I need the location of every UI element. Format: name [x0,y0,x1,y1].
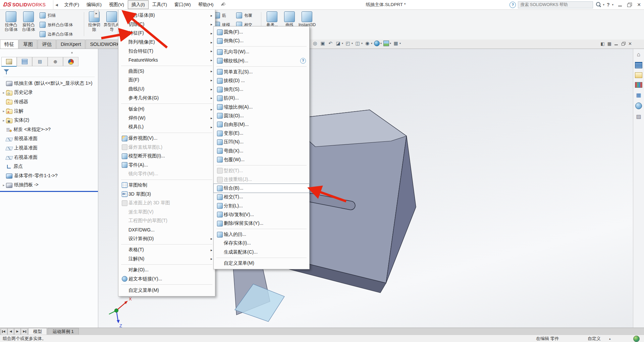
features-submenu-item-12[interactable]: 自由形(M)... [214,120,309,129]
wrap-button[interactable]: 包覆 [236,11,258,20]
panel-flyout-chevron[interactable]: ▸ [94,9,99,18]
features-submenu-item-7[interactable]: 拔模(D) ... [214,76,309,85]
tab-评估[interactable]: 评估 [38,40,56,49]
pane-left-icon[interactable]: ◧ [601,41,605,47]
tree-item-10[interactable]: 基体零件-零件1-1->? [0,171,98,181]
insert-menu-item-28[interactable]: 设计算例(D)▸ [118,234,215,243]
custom-properties-icon[interactable]: ▨ [635,113,642,120]
insert-menu-item-2[interactable]: 特征(F)▸ [118,29,215,38]
expander-icon[interactable]: ▸ [1,91,6,94]
panel-splitter-handle[interactable] [71,52,73,54]
insert-menu-item-31[interactable]: 注解(N)▸ [118,254,215,263]
tree-item-3[interactable]: ▸注解 [0,107,98,116]
tree-item-6[interactable]: 前视基准面 [0,134,98,144]
insert-menu-item-0[interactable]: 凸台/基体(B)▸ [118,11,215,20]
insert-menu-item-5[interactable]: FeatureWorks▸ [118,56,215,65]
tree-item-1[interactable]: ▸历史记录 [0,88,98,97]
insert-menu-item-1[interactable]: 切除(C)▸ [118,20,215,29]
menubar-item-5[interactable]: 窗口(W) [171,0,195,9]
features-submenu-item-13[interactable]: 变形(E)... [214,129,309,138]
hole-wizard-button[interactable]: 异型孔向导 [103,11,120,32]
status-custom[interactable]: 自定义 [588,336,601,342]
tree-item-9[interactable]: 原点 [0,162,98,171]
lofted-boss-button[interactable]: 放样凸台/基体 [40,20,73,29]
menubar-item-1[interactable]: 编辑(E) [83,0,105,9]
features-submenu-item-21[interactable]: 相交(T)... [214,193,309,201]
insert-menu-item-8[interactable]: 面(F)▸ [118,76,215,85]
app-close-button[interactable]: ✕ [635,1,643,8]
insert-menu-item-7[interactable]: 曲面(S)▸ [118,67,215,76]
features-submenu-item-1[interactable]: 倒角(C)... [214,37,309,45]
app-minimize-button[interactable] [616,1,624,8]
insert-menu-item-30[interactable]: 表格(T)▸ [118,246,215,255]
doc-minimize-icon[interactable] [614,42,618,46]
tab-草图[interactable]: 草图 [19,40,37,49]
panel-tab-4[interactable] [63,57,78,66]
menubar-item-4[interactable]: 工具(T) [149,0,171,9]
features-submenu-item-16[interactable]: 包覆(W)... [214,155,309,164]
home-icon[interactable]: ⌂ [635,51,642,58]
solidworks-resources-icon[interactable] [635,62,642,68]
revolved-boss-button[interactable]: 旋转凸台/基体 [20,11,37,32]
insert-menu-item-9[interactable]: 曲线(U)▸ [118,85,215,94]
view-orientation-icon-caret[interactable]: ▾ [352,42,353,45]
tab-DimXpert[interactable]: DimXpert [56,40,85,49]
search-icon[interactable] [595,1,602,8]
view-settings-icon[interactable]: ▦ [393,40,399,47]
nav-first-icon[interactable]: ◀ [1,328,7,335]
view-orientation-icon[interactable]: ◰ [345,40,351,47]
search-caret-icon[interactable]: ▾ [603,3,604,6]
whats-new-help-icon[interactable]: ? [300,58,306,64]
features-submenu-item-11[interactable]: 圆顶(O)... [214,112,309,120]
menubar-item-6[interactable]: 帮助(H) [195,0,217,9]
tree-item-4[interactable]: ▸实体(2) [0,116,98,125]
features-submenu-item-23[interactable]: 移动/复制(V)... [214,210,309,219]
insert-menu-item-36[interactable]: 自定义菜单(M) [118,286,215,295]
nav-next-icon[interactable]: ▶ [14,328,21,335]
insert-menu-item-10[interactable]: 参考几何体(G)▸ [118,93,215,102]
features-submenu-item-4[interactable]: 螺纹线(H)...? [214,57,309,65]
help-menu-icon[interactable]: ? [607,2,610,7]
features-submenu-item-6[interactable]: 简单直孔(S)... [214,68,309,76]
appearances-icon[interactable] [635,102,642,109]
reference-geometry-button[interactable]: 参考... [264,11,280,27]
pin-menu-icon[interactable] [220,2,225,7]
rollback-bar[interactable] [0,191,98,192]
panel-tab-1[interactable] [17,57,32,66]
panel-tab-2[interactable]: ▤ [32,57,48,66]
view-settings-icon-caret[interactable]: ▾ [399,42,401,45]
menubar-item-0[interactable]: 文件(F) [61,0,83,9]
insert-menu-item-34[interactable]: 超文本链接(Y)... [118,275,215,284]
expander-icon[interactable]: ▸ [1,119,6,122]
insert-menu-item-33[interactable]: 对象(O)... [118,266,215,275]
insert-menu-item-16[interactable]: 爆炸视图(V)... [118,134,215,143]
features-submenu-item-9[interactable]: 筋(R)... [214,94,309,102]
panel-tab-3[interactable]: ⊕ [48,57,63,66]
menubar-item-2[interactable]: 视图(V) [105,0,128,9]
features-submenu-item-28[interactable]: 生成装配体(C)... [214,248,309,257]
apply-scene-icon[interactable] [383,41,389,46]
features-submenu-item-0[interactable]: 圆角(F)... [214,28,309,37]
expander-icon[interactable]: ▸ [1,183,6,187]
edit-appearance-icon-caret[interactable]: ▾ [380,42,382,45]
study-tab-1[interactable]: 运动算例 1 [48,328,79,335]
file-explorer-icon[interactable] [635,82,642,88]
features-submenu-item-15[interactable]: 弯曲(X)... [214,146,309,155]
section-view-icon-caret[interactable]: ▾ [342,42,343,45]
swept-boss-button[interactable]: 扫描 [40,11,73,20]
previous-view-icon[interactable]: ↶ [327,40,333,47]
features-submenu-item-26[interactable]: 输入的(I)... [214,230,309,239]
display-pane-icon[interactable]: ▦ [607,41,611,47]
hide-show-items-icon[interactable]: ◉ [364,40,370,47]
zoom-area-icon[interactable]: ▣ [320,40,326,47]
help-circle-icon[interactable]: ? [509,2,516,8]
tree-item-0[interactable]: 纸抽主体 (默认<<默认>_显示状态 1>) [0,79,98,88]
status-custom-caret-icon[interactable]: ▴ [609,337,611,340]
rib-button[interactable]: 筋 [214,11,236,20]
expander-icon[interactable]: ▸ [1,109,6,113]
zoom-fit-icon[interactable]: ◎ [312,40,318,47]
hide-show-items-icon-caret[interactable]: ▾ [371,42,372,45]
features-submenu-item-27[interactable]: 保存实体(I)... [214,239,309,248]
status-globe-icon[interactable] [633,336,640,342]
apply-scene-icon-caret[interactable]: ▾ [390,42,391,45]
